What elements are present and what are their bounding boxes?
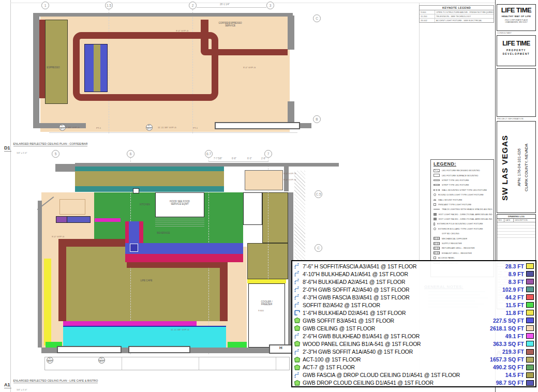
legend-symbol-icon [434, 169, 440, 172]
legend-item: STRIP TYPE LED FIXTURE [434, 183, 492, 187]
measurement-label: GWB DROP CLOUD CEILING D1/A541 @ 1ST FLO… [303, 380, 434, 386]
consultant-logo: LIFE TIME [497, 40, 535, 47]
measurement-color-swatch[interactable] [526, 357, 534, 363]
markup-gwb-ceiling-region[interactable] [245, 170, 283, 190]
markup-gwb-soffit-b3-region[interactable] [125, 243, 243, 254]
measurement-label: GWB CEILING @ 1ST FLOOR [303, 325, 375, 331]
annotation: 9'-0" GYP-G [52, 235, 64, 238]
keynote-desc: OPEN TO STRUCTURE ABOVE - FINISH NOT REQ… [435, 10, 494, 14]
measurement-row[interactable]: GWB FASCIA @ DROP CLOUD CEILING D1/A541 … [294, 371, 534, 379]
measurement-row[interactable]: ACT-7 @ 1ST FLOOR 490.2 SQ FT [294, 364, 534, 371]
markup-gwb-fascia-b3[interactable] [58, 239, 127, 247]
measurement-color-swatch[interactable] [526, 349, 534, 355]
brand-address: 2902 CORPORATE PLACE CHANHASSEN, MN 5531… [497, 19, 535, 24]
hood-hatch [155, 217, 204, 227]
measurement-color-swatch[interactable] [526, 333, 534, 339]
measurement-color-swatch[interactable] [526, 263, 534, 269]
measurement-label: 2'-6"H GWB BULKHEAD B1/A541 @ 1ST FLOOR [303, 333, 420, 339]
markup-gwb-soffit-b3-region[interactable] [129, 221, 139, 245]
markup-gwb-soffit-a2-region[interactable] [75, 167, 224, 171]
markup-gwb-fascia-b3[interactable] [58, 239, 66, 321]
consultant-label: CONSULTANT [497, 32, 512, 34]
markup-bulkhead-a1-region[interactable] [67, 216, 91, 223]
markup-bulkhead-b1-segment[interactable] [95, 218, 121, 222]
measurement-color-swatch[interactable] [526, 318, 534, 323]
measurement-value: 8.3 FT [509, 279, 524, 285]
drawing-sheet: 1 1.5 2 3 C B 26'-1 1/4" COFFEE/ESPRESSO… [0, 0, 538, 392]
grid-b: 6.7 [205, 150, 213, 158]
measurement-value: 227.5 SQ FT [493, 318, 524, 324]
markup-soffit-fascia-region[interactable] [247, 279, 286, 283]
measurement-value: 11.5 FT [505, 302, 524, 308]
markup-gwb-fascia-b3[interactable] [220, 261, 228, 321]
keynote-code: 26.002 [420, 19, 435, 22]
dimension-text: 6'-3" [247, 157, 252, 160]
legend-item: EXTERIOR BOLLARD TYPE LIGHT FIXTURE [434, 227, 492, 231]
annotation: 9'-0" GYP-G [283, 172, 296, 175]
sheet-edge-line [10, 0, 11, 392]
grid-b: 6 [127, 150, 134, 158]
markup-act100-region[interactable] [262, 192, 288, 243]
log-col-desc: DESCRIPTION [514, 219, 535, 222]
annotation: 9.600 [258, 309, 285, 312]
legend-item: STRIP TYPE LED FIXTURE [434, 178, 492, 183]
measurement-row[interactable]: GWB DROP CLOUD CEILING D1/A541 @ 1ST FLO… [294, 379, 534, 387]
measurement-color-swatch[interactable] [526, 325, 534, 331]
measurement-row[interactable]: 2'-6"H GWB BULKHEAD B1/A541 @ 1ST FLOOR … [294, 332, 534, 340]
measurement-color-swatch[interactable] [526, 287, 534, 292]
measurement-color-swatch[interactable] [526, 279, 534, 284]
measurement-color-swatch[interactable] [526, 310, 534, 315]
measurement-row[interactable]: SOFFIT B2/A542 @ 1ST FLOOR 11.5 FT [294, 301, 534, 309]
measurement-color-swatch[interactable] [526, 365, 534, 370]
measurement-color-swatch[interactable] [526, 294, 534, 300]
markup-bulkhead-a2-region[interactable] [56, 216, 67, 223]
markup-act100-region[interactable] [45, 20, 68, 104]
legend-item: GYP BD CEILING [434, 231, 492, 236]
legend-symbol-icon [434, 222, 435, 225]
log-row [497, 235, 535, 238]
markup-soffit-fascia-region[interactable] [39, 20, 45, 98]
measurement-row[interactable]: 1'-6"H BULKHEAD D2/A541 @ 1ST FLOOR 11.8… [294, 309, 534, 316]
measurement-row[interactable]: 4'-10"H BULKHEAD A1/A541 @ 1ST FLOOR 8.9… [294, 270, 534, 278]
measurement-color-swatch[interactable] [526, 380, 534, 386]
measurement-type-icon [294, 286, 301, 293]
viewport-tag: D1 [4, 145, 11, 152]
grid-b: C [313, 14, 321, 22]
measurement-row[interactable]: WOOD PANEL CEILING B1/A-541 @ 1ST FLOOR … [294, 340, 534, 348]
markup-bulkhead-b1-region[interactable] [63, 321, 197, 326]
measurement-row[interactable]: 8'-6"H BULKHEAD A2/A541 @ 1ST FLOOR 8.3 … [294, 278, 534, 285]
callout-sheet: A542 [48, 360, 52, 363]
measurement-value: 49.1 FT [505, 333, 524, 339]
measurement-row[interactable]: 2'-0"H GWB SOFFIT A2/A540 @ 1ST FLOOR 10… [294, 285, 534, 293]
measurement-label: WOOD PANEL CEILING B1/A-541 @ 1ST FLOOR [303, 341, 421, 347]
legend-item-label: TRACK LIGHTING WITH HEADS SPACED AS INDI… [442, 208, 492, 210]
markup-fascia-segment[interactable] [201, 49, 288, 55]
legend-item-label: GYP BD CEILING [442, 232, 459, 235]
markup-fascia-segment[interactable] [201, 20, 208, 52]
markup-act100-region[interactable] [75, 171, 224, 186]
markup-gwb-soffit-a2-region[interactable] [75, 186, 224, 192]
measurement-row[interactable]: ACT-100 @ 1ST FLOOR 1657.3 SQ FT [294, 356, 534, 364]
markup-drop-cloud-region[interactable] [130, 244, 138, 252]
annotation: 9'-0" GYP-G [176, 29, 188, 32]
measurement-color-swatch[interactable] [526, 341, 534, 346]
wall [33, 13, 293, 17]
markup-soffit-fascia-a3-region[interactable] [44, 259, 51, 345]
legend-symbol-icon [434, 237, 440, 240]
measurement-row[interactable]: GWB CEILING @ 1ST FLOOR 2618.1 SQ FT [294, 324, 534, 332]
measurement-color-swatch[interactable] [526, 302, 534, 308]
awning-outline [44, 357, 290, 370]
measurement-row[interactable]: 4'-3"H GWB FASCIA B3/A541 @ 1ST FLOOR 44… [294, 293, 534, 301]
measurement-type-icon [294, 380, 301, 386]
measurement-row[interactable]: 7'-6" H SOFFIT/FASCIA A3/A541 @ 1ST FLOO… [294, 262, 534, 270]
markup-gwb-soffit-b3-region[interactable] [84, 44, 108, 92]
measurement-row[interactable]: 2'-3"H GWB SOFFIT A1A/A540 @ 1ST FLOOR 2… [294, 348, 534, 356]
measurement-color-swatch[interactable] [526, 372, 534, 378]
grid-b: C [315, 244, 322, 252]
markup-bulkhead-b1-region[interactable] [125, 254, 243, 262]
measurement-color-swatch[interactable] [526, 271, 534, 277]
measurement-label: 4'-3"H GWB FASCIA B3/A541 @ 1ST FLOOR [303, 294, 410, 300]
legend-item: RETURN AIR GRILL - REGISTER [434, 246, 492, 250]
measurement-row[interactable]: GWB SOFFIT B3/A541 @ 1ST FLOOR 227.5 SQ … [294, 316, 534, 324]
measurement-type-icon [294, 364, 301, 371]
